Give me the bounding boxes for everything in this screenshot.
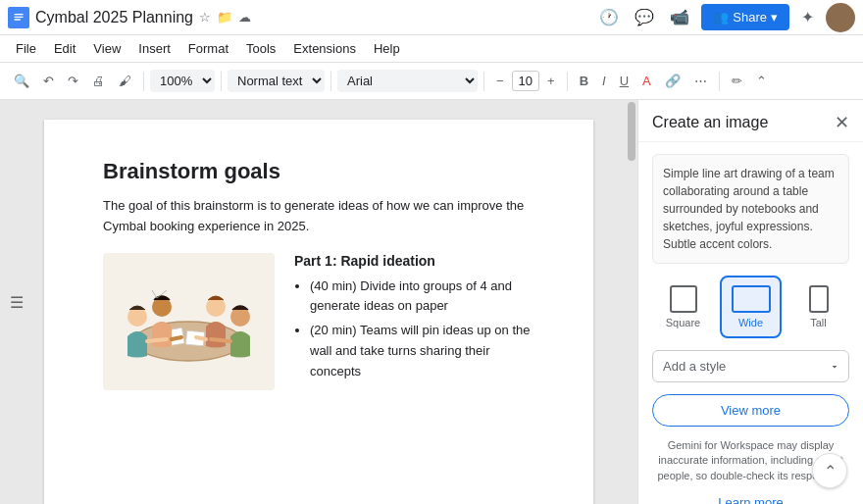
user-avatar[interactable] (826, 3, 855, 32)
menu-item-help[interactable]: Help (366, 39, 408, 58)
font-select[interactable]: Arial Times New Roman (337, 70, 478, 92)
toolbar-sep-6 (719, 72, 720, 91)
svg-line-13 (172, 337, 181, 339)
learn-more-link[interactable]: Learn more (718, 495, 783, 504)
share-icon: 👥 (713, 10, 729, 25)
link-button[interactable]: 🔗 (659, 70, 686, 92)
title-icons: ☆ 📁 ☁ (199, 10, 251, 25)
toolbar-sep-5 (567, 72, 568, 91)
scrollbar-track (626, 100, 637, 504)
doc-bullet-list: (40 min) Divide into groups of 4 and gen… (294, 277, 534, 382)
tall-icon (809, 285, 829, 313)
toolbar: 🔍 ↶ ↷ 🖨 🖌 100% 75% 125% Normal text Head… (0, 63, 863, 100)
ai-sidebar: Create an image ✕ Simple line art drawin… (637, 100, 863, 504)
doc-two-col: Part 1: Rapid ideation (40 min) Divide i… (103, 253, 534, 390)
meet-button[interactable]: 📹 (666, 4, 693, 30)
style-select[interactable]: Add a style Watercolor Sketch Oil painti… (652, 350, 849, 382)
star-icon[interactable]: ☆ (199, 10, 211, 25)
menu-item-tools[interactable]: Tools (238, 39, 283, 58)
underline-button[interactable]: U (614, 70, 635, 92)
sidebar-body: Simple line art drawing of a team collab… (638, 142, 863, 504)
sidebar-close-button[interactable]: ✕ (835, 112, 849, 133)
doc-right-content: Part 1: Rapid ideation (40 min) Divide i… (294, 253, 534, 390)
main-area: ☰ Brainstorm goals The goal of this brai… (0, 100, 863, 504)
cloud-icon[interactable]: ☁ (238, 10, 251, 25)
sidebar-collapse-icon[interactable]: ☰ (10, 293, 24, 312)
menu-item-view[interactable]: View (85, 39, 128, 58)
sidebar-title: Create an image (652, 114, 768, 131)
tall-label: Tall (810, 317, 827, 328)
team-illustration-svg (103, 253, 275, 390)
doc-panel: ☰ Brainstorm goals The goal of this brai… (0, 100, 637, 504)
text-color-button[interactable]: A (636, 70, 657, 92)
wide-label: Wide (738, 317, 763, 328)
font-size-display[interactable]: 10 (512, 71, 539, 91)
font-size-increase[interactable]: + (541, 70, 561, 92)
toolbar-sep-1 (143, 72, 144, 91)
svg-rect-2 (14, 16, 23, 17)
doc-heading: Brainstorm goals (103, 159, 534, 184)
toolbar-sep-2 (221, 72, 222, 91)
toolbar-sep-4 (483, 72, 484, 91)
redo-button[interactable]: ↷ (62, 70, 84, 92)
collapse-toolbar-button[interactable]: ⌃ (750, 70, 773, 92)
prompt-text: Simple line art drawing of a team collab… (652, 154, 849, 264)
format-options: Square Wide Tall (652, 276, 849, 338)
doc-illustration (103, 253, 275, 390)
menu-item-file[interactable]: File (8, 39, 44, 58)
format-wide[interactable]: Wide (720, 276, 782, 338)
square-icon (670, 285, 697, 313)
font-size-decrease[interactable]: − (490, 70, 510, 92)
paint-format-button[interactable]: 🖌 (113, 70, 137, 92)
search-button[interactable]: 🔍 (8, 70, 35, 92)
doc-page: Brainstorm goals The goal of this brains… (44, 120, 593, 504)
zoom-select[interactable]: 100% 75% 125% (150, 70, 215, 92)
share-button[interactable]: 👥 Share ▾ (701, 4, 789, 30)
doc-bullet-2: (20 min) Teams will pin ideas up on the … (310, 321, 534, 381)
italic-button[interactable]: I (596, 70, 612, 92)
top-bar: Cymbal 2025 Planning ☆ 📁 ☁ 🕐 💬 📹 👥 Share… (0, 0, 863, 35)
style-select-wrapper: Add a style Watercolor Sketch Oil painti… (652, 350, 849, 382)
wide-icon (732, 285, 771, 313)
top-right-controls: 🕐 💬 📹 👥 Share ▾ ✦ (595, 3, 855, 32)
scrollbar-thumb[interactable] (628, 102, 635, 161)
doc-icon (8, 7, 29, 28)
svg-line-15 (211, 339, 230, 341)
svg-rect-3 (14, 19, 21, 20)
learn-more-wrapper: Learn more (652, 495, 849, 504)
formatting-pen-button[interactable]: ✏ (726, 70, 748, 92)
undo-button[interactable]: ↶ (37, 70, 60, 92)
print-button[interactable]: 🖨 (86, 70, 111, 92)
view-more-button[interactable]: View more (652, 394, 849, 427)
paragraph-style-select[interactable]: Normal text Heading 1 Heading 2 (228, 70, 325, 92)
scroll-to-top-button[interactable]: ⌃ (812, 453, 847, 488)
menu-item-insert[interactable]: Insert (130, 39, 178, 58)
gemini-star-button[interactable]: ✦ (797, 4, 818, 30)
toolbar-sep-3 (330, 72, 331, 91)
doc-section-title: Part 1: Rapid ideation (294, 253, 534, 269)
doc-title: Cymbal 2025 Planning (35, 9, 193, 26)
history-button[interactable]: 🕐 (595, 4, 623, 30)
menu-item-extensions[interactable]: Extensions (285, 39, 364, 58)
bold-button[interactable]: B (574, 70, 594, 92)
comments-button[interactable]: 💬 (631, 4, 658, 30)
more-formatting-button[interactable]: ⋯ (688, 70, 713, 92)
doc-bullet-1: (40 min) Divide into groups of 4 and gen… (310, 277, 534, 318)
folder-icon[interactable]: 📁 (217, 10, 232, 25)
svg-line-14 (196, 337, 206, 339)
sidebar-header: Create an image ✕ (638, 100, 863, 142)
menu-item-format[interactable]: Format (180, 39, 236, 58)
format-square[interactable]: Square (652, 276, 714, 338)
doc-intro: The goal of this brainstorm is to genera… (103, 196, 534, 237)
menu-bar: File Edit View Insert Format Tools Exten… (0, 35, 863, 63)
format-tall[interactable]: Tall (787, 276, 849, 338)
menu-item-edit[interactable]: Edit (46, 39, 83, 58)
svg-line-12 (147, 339, 167, 341)
square-label: Square (666, 317, 700, 328)
svg-rect-1 (14, 14, 23, 15)
